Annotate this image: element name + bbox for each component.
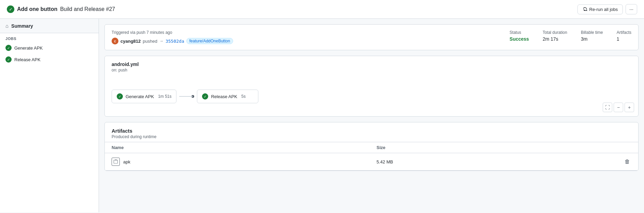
job-node-release-time: 5s bbox=[241, 94, 246, 99]
workflow-trigger: on: push bbox=[112, 68, 631, 72]
delete-artifact-button[interactable]: 🗑 bbox=[623, 157, 631, 166]
commit-user: cyang812 bbox=[120, 39, 141, 44]
sidebar-summary-label: Summary bbox=[11, 23, 33, 29]
job-node-generate-time: 1m 51s bbox=[158, 94, 171, 99]
run-title-number: Build and Release #27 bbox=[60, 6, 115, 12]
artifact-name-inner: apk bbox=[112, 158, 363, 166]
stats-group: Status Success Total duration 2m 17s Bil… bbox=[510, 30, 631, 42]
duration-label: Total duration bbox=[543, 30, 567, 35]
artifacts-subtitle: Produced during runtime bbox=[112, 134, 631, 139]
billable-label: Billable time bbox=[581, 30, 603, 35]
col-actions-header bbox=[616, 142, 638, 153]
stat-status: Status Success bbox=[510, 30, 529, 42]
artifact-row: apk 5.42 MB 🗑 bbox=[105, 153, 638, 171]
top-header: ✓ Add one button Build and Release #27 R… bbox=[0, 0, 644, 19]
home-icon: ⌂ bbox=[5, 23, 9, 29]
main-layout: ⌂ Summary Jobs ✓ Generate APK ✓ Release … bbox=[0, 19, 644, 212]
rerun-all-button[interactable]: Re-run all jobs bbox=[577, 4, 623, 14]
workflow-card: android.yml on: push ✓ Generate APK 1m 5… bbox=[104, 56, 639, 117]
stat-artifacts: Artifacts 1 bbox=[617, 30, 631, 42]
sidebar-job-generate-apk[interactable]: ✓ Generate APK bbox=[0, 42, 99, 54]
summary-card: Triggered via push 7 minutes ago c cyang… bbox=[104, 24, 639, 50]
artifact-package-icon bbox=[112, 158, 120, 166]
summary-card-inner: Triggered via push 7 minutes ago c cyang… bbox=[105, 25, 638, 50]
expand-icon: ⛶ bbox=[605, 105, 610, 110]
sidebar-summary-item[interactable]: ⌂ Summary bbox=[0, 19, 99, 33]
artifacts-table: Name Size bbox=[105, 142, 638, 171]
col-name-header: Name bbox=[105, 142, 370, 153]
workflow-controls: ⛶ − + bbox=[603, 103, 634, 112]
commit-hash[interactable]: 35502da bbox=[166, 39, 184, 44]
pushed-text: pushed bbox=[143, 39, 157, 44]
expand-diagram-button[interactable]: ⛶ bbox=[603, 103, 612, 112]
job-nodes: ✓ Generate APK 1m 51s ✓ Release APK 5s bbox=[112, 90, 258, 103]
job-node-release-label: Release APK bbox=[211, 94, 237, 99]
header-left: ✓ Add one button Build and Release #27 bbox=[7, 5, 115, 13]
job-node-generate-label: Generate APK bbox=[126, 94, 154, 99]
artifacts-count-value: 1 bbox=[617, 36, 631, 42]
artifacts-label: Artifacts bbox=[617, 30, 631, 35]
branch-badge[interactable]: feature/AddOneButton bbox=[186, 38, 233, 44]
stat-duration: Total duration 2m 17s bbox=[543, 30, 567, 42]
artifact-name[interactable]: apk bbox=[123, 159, 130, 164]
more-options-button[interactable]: ··· bbox=[626, 4, 637, 14]
zoom-out-button[interactable]: − bbox=[614, 103, 623, 112]
sidebar-job-label: Generate APK bbox=[14, 45, 43, 51]
status-label: Status bbox=[510, 30, 529, 35]
header-right: Re-run all jobs ··· bbox=[577, 4, 638, 14]
zoom-in-icon: + bbox=[628, 105, 631, 110]
status-value: Success bbox=[510, 36, 529, 42]
trigger-row: c cyang812 pushed → 35502da feature/AddO… bbox=[112, 38, 496, 44]
run-title-bold: Add one button bbox=[17, 6, 57, 12]
job-success-icon-generate: ✓ bbox=[5, 45, 12, 51]
billable-value: 3m bbox=[581, 36, 603, 42]
duration-value: 2m 17s bbox=[543, 36, 567, 42]
rerun-icon bbox=[583, 7, 587, 12]
workflow-filename: android.yml bbox=[112, 62, 631, 67]
release-apk-success-icon: ✓ bbox=[202, 93, 208, 99]
zoom-out-icon: − bbox=[617, 105, 620, 110]
artifacts-title: Artifacts bbox=[112, 128, 631, 134]
sidebar-job-release-apk[interactable]: ✓ Release APK bbox=[0, 54, 99, 65]
job-node-release-apk[interactable]: ✓ Release APK 5s bbox=[197, 90, 258, 103]
trigger-info: Triggered via push 7 minutes ago c cyang… bbox=[112, 30, 496, 44]
sidebar: ⌂ Summary Jobs ✓ Generate APK ✓ Release … bbox=[0, 19, 99, 212]
run-success-icon: ✓ bbox=[7, 5, 14, 13]
generate-apk-success-icon: ✓ bbox=[117, 93, 123, 99]
workflow-header: android.yml on: push bbox=[105, 56, 638, 75]
job-node-generate-apk[interactable]: ✓ Generate APK 1m 51s bbox=[112, 90, 176, 103]
artifacts-header: Artifacts Produced during runtime bbox=[105, 122, 638, 142]
workflow-diagram: ✓ Generate APK 1m 51s ✓ Release APK 5s bbox=[105, 75, 638, 116]
job-connector bbox=[176, 95, 197, 98]
user-avatar: c bbox=[112, 38, 118, 44]
connector-line bbox=[179, 96, 193, 97]
job-success-icon-release: ✓ bbox=[5, 56, 12, 63]
artifact-actions-cell: 🗑 bbox=[616, 153, 638, 171]
sidebar-job-label: Release APK bbox=[14, 57, 41, 62]
artifact-name-cell: apk bbox=[105, 153, 370, 171]
stat-billable: Billable time 3m bbox=[581, 30, 603, 42]
content-area: Triggered via push 7 minutes ago c cyang… bbox=[99, 19, 644, 212]
jobs-section-label: Jobs bbox=[0, 33, 99, 42]
artifact-size-cell: 5.42 MB bbox=[370, 153, 616, 171]
zoom-in-button[interactable]: + bbox=[625, 103, 634, 112]
commit-arrow-icon: → bbox=[159, 39, 163, 43]
col-size-header: Size bbox=[370, 142, 616, 153]
trigger-text: Triggered via push 7 minutes ago bbox=[112, 30, 496, 35]
artifacts-card: Artifacts Produced during runtime Name S… bbox=[104, 122, 639, 171]
